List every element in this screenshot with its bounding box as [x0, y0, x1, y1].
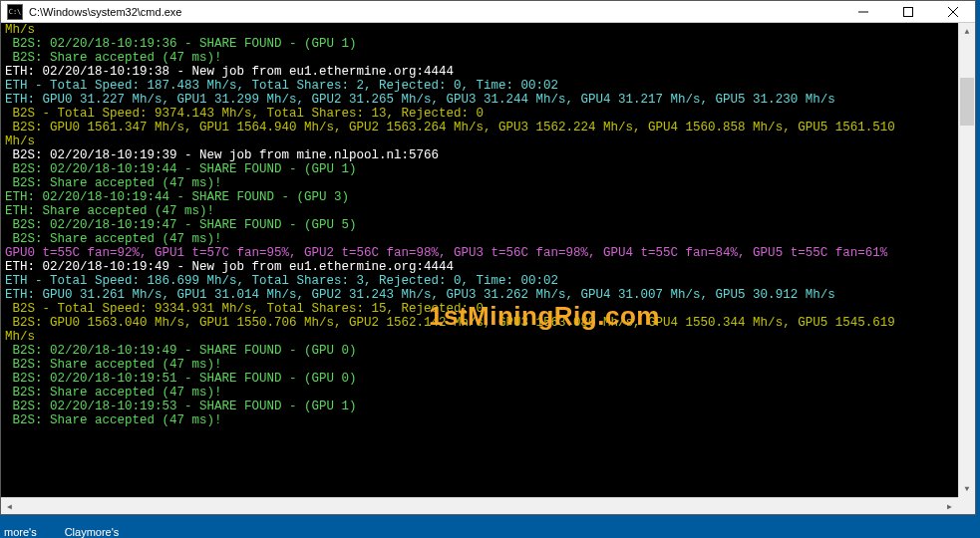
- scroll-thumb[interactable]: [960, 78, 974, 126]
- log-line: Mh/s: [5, 134, 971, 148]
- taskbar: more's Claymore's: [0, 516, 119, 538]
- log-line: B2S: 02/20/18-10:19:53 - SHARE FOUND - (…: [5, 400, 971, 413]
- taskbar-item[interactable]: Claymore's: [65, 526, 120, 538]
- taskbar-item[interactable]: more's: [4, 526, 37, 538]
- log-line: B2S: Share accepted (47 ms)!: [5, 51, 971, 65]
- horizontal-scrollbar[interactable]: ◀ ▶: [1, 497, 958, 514]
- scroll-right-arrow-icon[interactable]: ▶: [941, 498, 958, 514]
- svg-rect-1: [903, 7, 912, 16]
- close-button[interactable]: [930, 1, 975, 23]
- scroll-down-arrow-icon[interactable]: ▼: [959, 480, 975, 497]
- log-line: B2S: 02/20/18-10:19:47 - SHARE FOUND - (…: [5, 218, 971, 232]
- log-line: B2S: Share accepted (47 ms)!: [5, 176, 971, 190]
- log-line: ETH: 02/20/18-10:19:49 - New job from eu…: [5, 260, 971, 274]
- minimize-button[interactable]: [840, 1, 885, 23]
- log-line: B2S: Share accepted (47 ms)!: [5, 386, 971, 400]
- log-line: ETH: Share accepted (47 ms)!: [5, 204, 971, 218]
- log-line: GPU0 t=55C fan=92%, GPU1 t=57C fan=95%, …: [5, 246, 971, 260]
- maximize-button[interactable]: [885, 1, 930, 23]
- scroll-up-arrow-icon[interactable]: ▲: [959, 23, 975, 40]
- log-line: B2S: 02/20/18-10:19:44 - SHARE FOUND - (…: [5, 162, 971, 176]
- log-line: ETH: 02/20/18-10:19:38 - New job from eu…: [5, 65, 971, 79]
- window-title: C:\Windows\system32\cmd.exe: [27, 6, 840, 18]
- terminal-output[interactable]: Mh/s B2S: 02/20/18-10:19:36 - SHARE FOUN…: [1, 23, 975, 514]
- log-line: ETH - Total Speed: 186.699 Mh/s, Total S…: [5, 274, 971, 288]
- titlebar[interactable]: C:\ C:\Windows\system32\cmd.exe: [1, 1, 975, 23]
- log-line: B2S: 02/20/18-10:19:39 - New job from mi…: [5, 148, 971, 162]
- scroll-corner: [958, 497, 975, 514]
- log-line: B2S: Share accepted (47 ms)!: [5, 413, 971, 427]
- log-line: Mh/s: [5, 23, 971, 37]
- log-line: B2S: Share accepted (47 ms)!: [5, 358, 971, 372]
- log-line: B2S - Total Speed: 9374.143 Mh/s, Total …: [5, 107, 971, 121]
- scroll-left-arrow-icon[interactable]: ◀: [1, 498, 18, 514]
- log-line: ETH - Total Speed: 187.483 Mh/s, Total S…: [5, 79, 971, 93]
- log-line: B2S: 02/20/18-10:19:51 - SHARE FOUND - (…: [5, 372, 971, 386]
- log-line: B2S: GPU0 1563.040 Mh/s, GPU1 1550.706 M…: [5, 316, 971, 330]
- log-line: B2S: 02/20/18-10:19:36 - SHARE FOUND - (…: [5, 37, 971, 51]
- log-line: B2S: Share accepted (47 ms)!: [5, 232, 971, 246]
- log-line: ETH: GPU0 31.227 Mh/s, GPU1 31.299 Mh/s,…: [5, 93, 971, 107]
- log-line: B2S: GPU0 1561.347 Mh/s, GPU1 1564.940 M…: [5, 121, 971, 134]
- log-line: B2S - Total Speed: 9334.931 Mh/s, Total …: [5, 302, 971, 316]
- log-line: ETH: GPU0 31.261 Mh/s, GPU1 31.014 Mh/s,…: [5, 288, 971, 302]
- cmd-window: C:\ C:\Windows\system32\cmd.exe Mh/s B2S…: [0, 0, 976, 515]
- log-line: ETH: 02/20/18-10:19:44 - SHARE FOUND - (…: [5, 190, 971, 204]
- vertical-scrollbar[interactable]: ▲ ▼: [958, 23, 975, 497]
- log-line: Mh/s: [5, 330, 971, 344]
- cmd-icon: C:\: [7, 4, 23, 20]
- log-line: B2S: 02/20/18-10:19:49 - SHARE FOUND - (…: [5, 344, 971, 358]
